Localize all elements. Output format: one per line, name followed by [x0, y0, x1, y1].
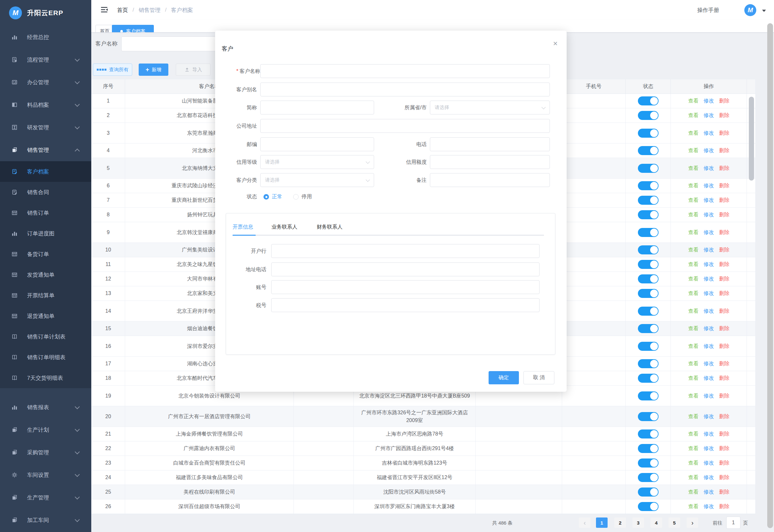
delete-link[interactable]: 删除 [719, 342, 729, 350]
edit-link[interactable]: 修改 [704, 430, 714, 438]
status-toggle-on[interactable] [638, 196, 659, 205]
page-button-3[interactable]: 3 [632, 517, 644, 528]
view-link[interactable]: 查看 [688, 445, 699, 452]
status-toggle-on[interactable] [638, 412, 659, 421]
goto-page-input[interactable]: 1 [726, 517, 740, 529]
view-link[interactable]: 查看 [688, 164, 699, 172]
edit-link[interactable]: 修改 [704, 112, 714, 119]
edit-link[interactable]: 修改 [704, 459, 714, 467]
sidebar-item-生产计划[interactable]: 生产计划 [0, 419, 91, 441]
status-toggle-on[interactable] [638, 473, 659, 482]
tab-invoice-info[interactable]: 开票信息 [233, 224, 253, 231]
status-toggle-on[interactable] [638, 289, 659, 298]
sidebar-item-订单进度图[interactable]: 订单进度图 [0, 223, 91, 244]
view-link[interactable]: 查看 [688, 112, 699, 119]
customer-type-select[interactable]: 请选择 [260, 173, 374, 187]
sidebar-item-办公管理[interactable]: 办公管理 [0, 71, 91, 94]
status-toggle-on[interactable] [638, 129, 659, 138]
status-toggle-on[interactable] [638, 96, 659, 105]
sidebar-item-经营总控[interactable]: 经营总控 [0, 26, 91, 48]
status-radio-disabled[interactable]: 停用 [293, 193, 312, 200]
edit-link[interactable]: 修改 [704, 503, 714, 510]
delete-link[interactable]: 删除 [719, 503, 729, 510]
view-link[interactable]: 查看 [688, 147, 699, 154]
delete-link[interactable]: 删除 [719, 112, 729, 119]
view-link[interactable]: 查看 [688, 129, 699, 137]
sidebar-item-销售订单计划表[interactable]: 销售订单计划表 [0, 326, 91, 347]
next-page-button[interactable]: › [687, 517, 698, 528]
account-input[interactable] [271, 280, 540, 294]
edit-link[interactable]: 修改 [704, 360, 714, 367]
status-toggle-on[interactable] [638, 164, 659, 173]
bank-address-input[interactable] [271, 262, 540, 276]
delete-link[interactable]: 删除 [719, 474, 729, 481]
status-toggle-on[interactable] [638, 181, 659, 190]
status-toggle-on[interactable] [638, 342, 659, 351]
status-toggle-on[interactable] [638, 245, 659, 254]
view-link[interactable]: 查看 [688, 229, 699, 236]
status-toggle-on[interactable] [638, 429, 659, 438]
status-toggle-on[interactable] [638, 146, 659, 155]
edit-link[interactable]: 修改 [704, 147, 714, 154]
avatar[interactable]: M [744, 4, 756, 16]
status-radio-normal[interactable]: 正常 [263, 193, 282, 200]
status-toggle-on[interactable] [638, 488, 659, 497]
view-link[interactable]: 查看 [688, 392, 699, 399]
sidebar-item-采购管理[interactable]: 采购管理 [0, 441, 91, 464]
tab-home[interactable]: 首页 [95, 25, 114, 33]
delete-link[interactable]: 删除 [719, 261, 729, 268]
view-link[interactable]: 查看 [688, 374, 699, 382]
status-toggle-on[interactable] [638, 111, 659, 120]
remark-input[interactable] [430, 173, 550, 187]
credit-amount-input[interactable] [430, 155, 550, 169]
delete-link[interactable]: 删除 [719, 246, 729, 253]
status-toggle-on[interactable] [638, 307, 659, 316]
status-toggle-on[interactable] [638, 260, 659, 269]
delete-link[interactable]: 删除 [719, 392, 729, 399]
delete-link[interactable]: 删除 [719, 290, 729, 297]
delete-link[interactable]: 删除 [719, 307, 729, 315]
sidebar-item-备货订单[interactable]: 备货订单 [0, 244, 91, 264]
delete-link[interactable]: 删除 [719, 229, 729, 236]
view-link[interactable]: 查看 [688, 182, 699, 189]
sidebar-item-生产管理[interactable]: 生产管理 [0, 486, 91, 509]
view-link[interactable]: 查看 [688, 307, 699, 315]
delete-link[interactable]: 删除 [719, 147, 729, 154]
edit-link[interactable]: 修改 [704, 261, 714, 268]
query-all-button[interactable]: 查询所有 [93, 64, 132, 76]
edit-link[interactable]: 修改 [704, 488, 714, 496]
page-button-5[interactable]: 5 [669, 517, 680, 528]
breadcrumb-home[interactable]: 首页 [117, 6, 128, 14]
status-toggle-on[interactable] [638, 444, 659, 453]
status-toggle-on[interactable] [638, 502, 659, 511]
view-link[interactable]: 查看 [688, 196, 699, 204]
edit-link[interactable]: 修改 [704, 129, 714, 137]
close-icon[interactable]: × [553, 40, 558, 47]
status-toggle-on[interactable] [638, 274, 659, 283]
edit-link[interactable]: 修改 [704, 246, 714, 253]
sidebar-item-销售合同[interactable]: 销售合同 [0, 182, 91, 202]
status-toggle-on[interactable] [638, 374, 659, 383]
add-button[interactable]: + 新增 [139, 64, 168, 76]
sidebar-item-销售订单[interactable]: 销售订单 [0, 202, 91, 223]
import-button[interactable]: 导入 [176, 64, 211, 76]
sidebar-item-研发管理[interactable]: 研发管理 [0, 116, 91, 139]
delete-link[interactable]: 删除 [719, 182, 729, 189]
edit-link[interactable]: 修改 [704, 164, 714, 172]
status-toggle-on[interactable] [638, 391, 659, 400]
page-button-4[interactable]: 4 [650, 517, 662, 528]
phone-input[interactable] [430, 137, 550, 151]
sidebar-item-料品档案[interactable]: 料品档案 [0, 94, 91, 116]
view-link[interactable]: 查看 [688, 261, 699, 268]
view-link[interactable]: 查看 [688, 325, 699, 332]
edit-link[interactable]: 修改 [704, 392, 714, 399]
edit-link[interactable]: 修改 [704, 182, 714, 189]
sidebar-item-销售订单明细表[interactable]: 销售订单明细表 [0, 347, 91, 368]
status-toggle-on[interactable] [638, 359, 659, 368]
sidebar-item-流程管理[interactable]: 流程管理 [0, 48, 91, 71]
delete-link[interactable]: 删除 [719, 430, 729, 438]
delete-link[interactable]: 删除 [719, 196, 729, 204]
province-select[interactable]: 请选择 [430, 101, 550, 114]
sidebar-item-发货通知单[interactable]: 发货通知单 [0, 264, 91, 285]
delete-link[interactable]: 删除 [719, 445, 729, 452]
